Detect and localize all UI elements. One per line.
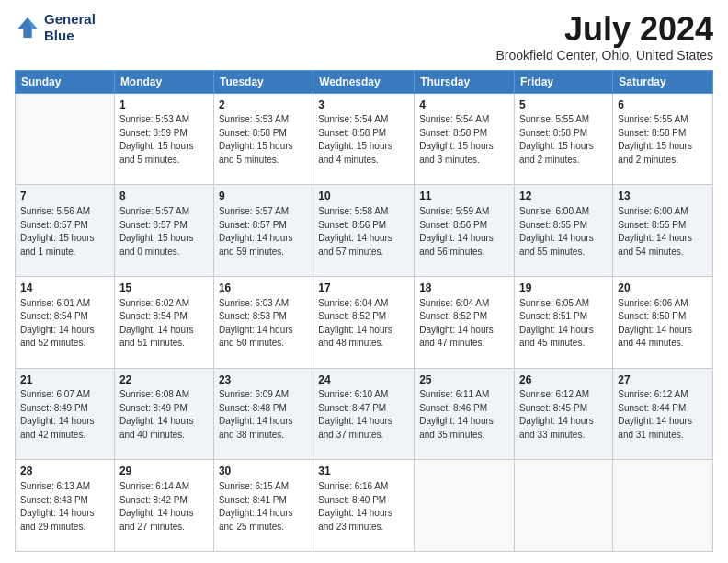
- table-row: [515, 460, 613, 552]
- table-row: 14Sunrise: 6:01 AMSunset: 8:54 PMDayligh…: [16, 276, 115, 368]
- table-row: 24Sunrise: 6:10 AMSunset: 8:47 PMDayligh…: [313, 368, 415, 460]
- day-number: 3: [318, 98, 409, 113]
- day-number: 17: [318, 281, 409, 296]
- day-info: Sunrise: 6:00 AMSunset: 8:55 PMDaylight:…: [519, 205, 608, 259]
- day-number: 13: [618, 189, 708, 204]
- day-info: Sunrise: 6:00 AMSunset: 8:55 PMDaylight:…: [618, 205, 708, 259]
- day-number: 6: [618, 98, 708, 113]
- day-info: Sunrise: 6:12 AMSunset: 8:44 PMDaylight:…: [618, 388, 708, 442]
- day-info: Sunrise: 6:10 AMSunset: 8:47 PMDaylight:…: [318, 388, 409, 442]
- day-number: 9: [219, 189, 308, 204]
- table-row: 27Sunrise: 6:12 AMSunset: 8:44 PMDayligh…: [613, 368, 713, 460]
- day-number: 27: [618, 373, 708, 388]
- day-info: Sunrise: 5:58 AMSunset: 8:56 PMDaylight:…: [318, 205, 409, 259]
- day-number: 7: [20, 189, 109, 204]
- day-info: Sunrise: 5:57 AMSunset: 8:57 PMDaylight:…: [219, 205, 308, 259]
- table-row: 22Sunrise: 6:08 AMSunset: 8:49 PMDayligh…: [114, 368, 213, 460]
- day-number: 24: [318, 373, 409, 388]
- day-number: 16: [219, 281, 308, 296]
- table-row: [415, 460, 515, 552]
- day-number: 14: [20, 281, 109, 296]
- col-thursday: Thursday: [415, 70, 515, 93]
- table-row: 11Sunrise: 5:59 AMSunset: 8:56 PMDayligh…: [415, 185, 515, 277]
- day-number: 25: [419, 373, 509, 388]
- table-row: 7Sunrise: 5:56 AMSunset: 8:57 PMDaylight…: [16, 185, 115, 277]
- day-info: Sunrise: 6:11 AMSunset: 8:46 PMDaylight:…: [419, 388, 509, 442]
- col-saturday: Saturday: [613, 70, 713, 93]
- calendar-table: Sunday Monday Tuesday Wednesday Thursday…: [15, 70, 713, 552]
- day-info: Sunrise: 5:53 AMSunset: 8:59 PMDaylight:…: [119, 113, 209, 167]
- day-info: Sunrise: 5:56 AMSunset: 8:57 PMDaylight:…: [20, 205, 109, 259]
- day-number: 26: [519, 373, 608, 388]
- day-number: 21: [20, 373, 109, 388]
- day-info: Sunrise: 6:14 AMSunset: 8:42 PMDaylight:…: [119, 480, 209, 534]
- day-number: 8: [119, 189, 209, 204]
- table-row: 17Sunrise: 6:04 AMSunset: 8:52 PMDayligh…: [313, 276, 415, 368]
- day-number: 23: [219, 373, 308, 388]
- table-row: 12Sunrise: 6:00 AMSunset: 8:55 PMDayligh…: [515, 185, 613, 277]
- day-info: Sunrise: 6:05 AMSunset: 8:51 PMDaylight:…: [519, 297, 608, 350]
- day-number: 10: [318, 189, 409, 204]
- table-row: 1Sunrise: 5:53 AMSunset: 8:59 PMDaylight…: [114, 93, 213, 185]
- day-info: Sunrise: 6:03 AMSunset: 8:53 PMDaylight:…: [219, 297, 308, 350]
- table-row: 20Sunrise: 6:06 AMSunset: 8:50 PMDayligh…: [613, 276, 713, 368]
- day-info: Sunrise: 6:04 AMSunset: 8:52 PMDaylight:…: [419, 297, 509, 350]
- day-number: 1: [119, 98, 209, 113]
- table-row: 15Sunrise: 6:02 AMSunset: 8:54 PMDayligh…: [114, 276, 213, 368]
- col-tuesday: Tuesday: [213, 70, 313, 93]
- table-row: 23Sunrise: 6:09 AMSunset: 8:48 PMDayligh…: [213, 368, 313, 460]
- day-info: Sunrise: 6:13 AMSunset: 8:43 PMDaylight:…: [20, 480, 109, 534]
- logo-text-line1: General: [44, 11, 96, 28]
- table-row: 2Sunrise: 5:53 AMSunset: 8:58 PMDaylight…: [213, 93, 313, 185]
- col-friday: Friday: [515, 70, 613, 93]
- day-number: 22: [119, 373, 209, 388]
- day-info: Sunrise: 6:16 AMSunset: 8:40 PMDaylight:…: [318, 480, 409, 534]
- day-number: 30: [219, 464, 308, 479]
- table-row: 25Sunrise: 6:11 AMSunset: 8:46 PMDayligh…: [415, 368, 515, 460]
- day-info: Sunrise: 6:06 AMSunset: 8:50 PMDaylight:…: [618, 297, 708, 350]
- table-row: 16Sunrise: 6:03 AMSunset: 8:53 PMDayligh…: [213, 276, 313, 368]
- day-info: Sunrise: 6:09 AMSunset: 8:48 PMDaylight:…: [219, 388, 308, 442]
- day-number: 12: [519, 189, 608, 204]
- main-title: July 2024: [495, 11, 713, 48]
- table-row: 10Sunrise: 5:58 AMSunset: 8:56 PMDayligh…: [313, 185, 415, 277]
- day-info: Sunrise: 6:04 AMSunset: 8:52 PMDaylight:…: [318, 297, 409, 350]
- table-row: 5Sunrise: 5:55 AMSunset: 8:58 PMDaylight…: [515, 93, 613, 185]
- day-info: Sunrise: 5:55 AMSunset: 8:58 PMDaylight:…: [618, 113, 708, 167]
- day-number: 18: [419, 281, 509, 296]
- table-row: [613, 460, 713, 552]
- day-number: 2: [219, 98, 308, 113]
- day-number: 19: [519, 281, 608, 296]
- subtitle: Brookfield Center, Ohio, United States: [495, 48, 713, 63]
- table-row: 18Sunrise: 6:04 AMSunset: 8:52 PMDayligh…: [415, 276, 515, 368]
- day-info: Sunrise: 5:53 AMSunset: 8:58 PMDaylight:…: [219, 113, 308, 167]
- table-row: 21Sunrise: 6:07 AMSunset: 8:49 PMDayligh…: [16, 368, 115, 460]
- day-info: Sunrise: 5:55 AMSunset: 8:58 PMDaylight:…: [519, 113, 608, 167]
- table-row: 19Sunrise: 6:05 AMSunset: 8:51 PMDayligh…: [515, 276, 613, 368]
- day-info: Sunrise: 5:54 AMSunset: 8:58 PMDaylight:…: [419, 113, 509, 167]
- day-number: 31: [318, 464, 409, 479]
- table-row: 8Sunrise: 5:57 AMSunset: 8:57 PMDaylight…: [114, 185, 213, 277]
- day-number: 20: [618, 281, 708, 296]
- table-row: 29Sunrise: 6:14 AMSunset: 8:42 PMDayligh…: [114, 460, 213, 552]
- logo-text-line2: Blue: [44, 28, 96, 44]
- day-number: 29: [119, 464, 209, 479]
- logo: General Blue: [15, 11, 96, 44]
- day-number: 4: [419, 98, 509, 113]
- table-row: 13Sunrise: 6:00 AMSunset: 8:55 PMDayligh…: [613, 185, 713, 277]
- calendar-header-row: Sunday Monday Tuesday Wednesday Thursday…: [16, 70, 713, 93]
- table-row: 3Sunrise: 5:54 AMSunset: 8:58 PMDaylight…: [313, 93, 415, 185]
- day-number: 11: [419, 189, 509, 204]
- table-row: 31Sunrise: 6:16 AMSunset: 8:40 PMDayligh…: [313, 460, 415, 552]
- table-row: 30Sunrise: 6:15 AMSunset: 8:41 PMDayligh…: [213, 460, 313, 552]
- page: General Blue July 2024 Brookfield Center…: [0, 0, 728, 563]
- day-info: Sunrise: 5:57 AMSunset: 8:57 PMDaylight:…: [119, 205, 209, 259]
- logo-icon: [15, 15, 40, 40]
- day-number: 28: [20, 464, 109, 479]
- day-info: Sunrise: 6:07 AMSunset: 8:49 PMDaylight:…: [20, 388, 109, 442]
- day-info: Sunrise: 6:15 AMSunset: 8:41 PMDaylight:…: [219, 480, 308, 534]
- table-row: 28Sunrise: 6:13 AMSunset: 8:43 PMDayligh…: [16, 460, 115, 552]
- table-row: [16, 93, 115, 185]
- col-monday: Monday: [114, 70, 213, 93]
- day-info: Sunrise: 6:12 AMSunset: 8:45 PMDaylight:…: [519, 388, 608, 442]
